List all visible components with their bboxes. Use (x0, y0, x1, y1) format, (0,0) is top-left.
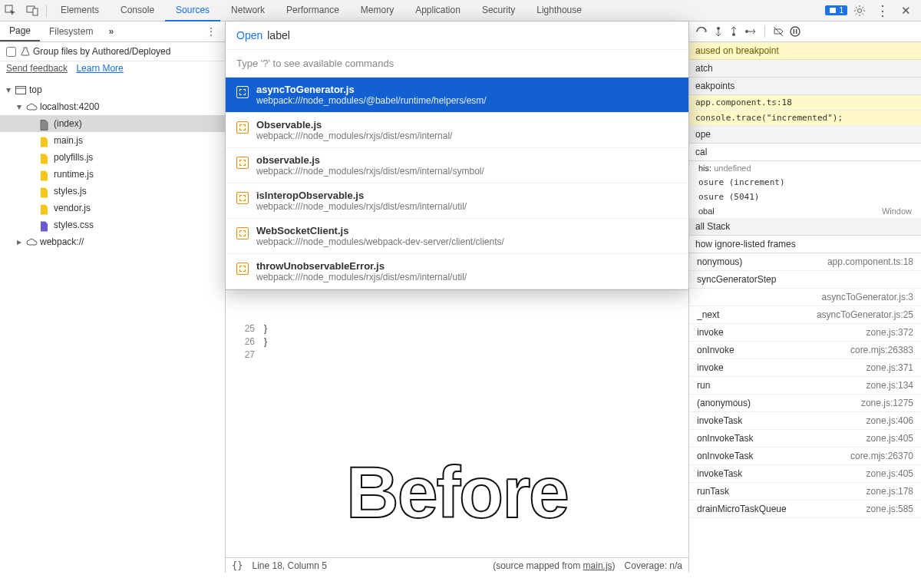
send-feedback-link[interactable]: Send feedback (6, 63, 68, 74)
scope-section[interactable]: ope (689, 126, 921, 144)
stack-loc: zone.js:372 (867, 327, 913, 338)
stack-frame[interactable]: _nextasyncToGenerator.js:25 (689, 306, 921, 324)
watermark-text: Before (346, 451, 568, 534)
stack-frame[interactable]: runTaskzone.js:178 (689, 483, 921, 500)
tab-filesystem[interactable]: Filesystem (40, 22, 102, 41)
svg-rect-11 (794, 29, 795, 34)
svg-point-9 (745, 30, 748, 33)
tab-network[interactable]: Network (220, 0, 276, 21)
tree-item-label: webpack:// (40, 236, 84, 247)
resume-icon[interactable] (695, 27, 708, 37)
mapped-file-link[interactable]: main.js (583, 560, 612, 571)
issues-badge[interactable]: 1 (825, 5, 847, 15)
paused-banner: aused on breakpoint (689, 42, 921, 60)
scope-global[interactable]: obalWindow (689, 204, 921, 218)
stack-frame[interactable]: onInvokecore.mjs:26383 (689, 342, 921, 359)
cmd-input[interactable] (267, 29, 678, 41)
cmd-item-title: asyncToGenerator.js (256, 84, 487, 95)
scope-closure-2[interactable]: osure (5041) (689, 190, 921, 204)
stack-frame[interactable]: invokezone.js:372 (689, 324, 921, 342)
inspect-icon[interactable] (0, 5, 21, 17)
stack-frame[interactable]: asyncToGenerator.js:3 (689, 289, 921, 306)
group-files-label: Group files by Authored/Deployed (33, 46, 170, 57)
tab-performance[interactable]: Performance (276, 0, 350, 21)
tree-item[interactable]: vendor.js (0, 200, 225, 216)
tree-item[interactable]: (index) (0, 115, 225, 132)
cmd-result-item[interactable]: asyncToGenerator.jswebpack:///node_modul… (226, 78, 688, 113)
cmd-result-item[interactable]: WebSocketClient.jswebpack:///node_module… (226, 219, 688, 254)
cmd-result-item[interactable]: observable.jswebpack:///node_modules/rxj… (226, 148, 688, 183)
stack-loc: zone.js:371 (867, 362, 913, 373)
cmd-item-title: Observable.js (256, 119, 452, 130)
pretty-print-icon[interactable]: {} (232, 560, 243, 571)
navigator-more-icon[interactable]: ⋮ (197, 22, 225, 41)
stack-frame[interactable]: nonymous)app.component.ts:18 (689, 253, 921, 271)
learn-more-link[interactable]: Learn More (76, 63, 123, 74)
tree-item-label: main.js (54, 135, 83, 146)
step-out-icon[interactable] (744, 27, 757, 36)
stack-loc: zone.js:134 (867, 380, 913, 391)
tree-item[interactable]: styles.js (0, 183, 225, 200)
tree-item[interactable]: main.js (0, 132, 225, 149)
file-icon (236, 263, 249, 275)
file-icon (236, 86, 249, 98)
svg-point-10 (791, 27, 800, 36)
svg-rect-2 (33, 8, 38, 15)
editor-pane: 25 26 27 } } Before {} Line 18, Column 5… (226, 21, 688, 573)
tab-memory[interactable]: Memory (350, 0, 404, 21)
stack-frame[interactable]: onInvokeTaskcore.mjs:26370 (689, 448, 921, 465)
js-icon (40, 137, 51, 144)
tree-item[interactable]: runtime.js (0, 166, 225, 183)
tree-item-label: localhost:4200 (40, 101, 99, 112)
cmd-result-item[interactable]: throwUnobservableError.jswebpack:///node… (226, 254, 688, 289)
close-icon[interactable]: ✕ (895, 4, 916, 18)
tab-page[interactable]: Page (0, 21, 40, 41)
stack-frame[interactable]: runzone.js:134 (689, 377, 921, 395)
stack-frame[interactable]: onInvokeTaskzone.js:405 (689, 430, 921, 448)
stack-frame[interactable]: invokezone.js:371 (689, 359, 921, 377)
file-icon (236, 121, 249, 134)
svg-point-4 (858, 8, 862, 12)
pause-exceptions-icon[interactable] (790, 26, 801, 37)
tab-console[interactable]: Console (110, 0, 165, 21)
stack-frame[interactable]: invokeTaskzone.js:405 (689, 465, 921, 483)
step-over-icon[interactable] (714, 26, 723, 37)
breakpoint-location[interactable]: app.component.ts:18 (689, 95, 921, 111)
tree-item[interactable]: styles.css (0, 216, 225, 233)
tree-item[interactable]: ▸webpack:// (0, 233, 225, 250)
tab-lighthouse[interactable]: Lighthouse (526, 0, 593, 21)
cmd-result-item[interactable]: Observable.jswebpack:///node_modules/rxj… (226, 113, 688, 148)
tab-application[interactable]: Application (404, 0, 471, 21)
deactivate-bp-icon[interactable] (773, 26, 784, 37)
cmd-result-item[interactable]: isInteropObservable.jswebpack:///node_mo… (226, 183, 688, 219)
line-gutter: 25 26 27 (226, 322, 261, 362)
tab-sources[interactable]: Sources (165, 0, 220, 21)
stack-frame[interactable]: drainMicroTaskQueuezone.js:585 (689, 500, 921, 518)
callstack-section[interactable]: all Stack (689, 218, 921, 236)
tree-item[interactable]: ▾top (0, 81, 225, 98)
breakpoints-section[interactable]: eakpoints (689, 78, 921, 95)
stack-fn: _next (697, 309, 719, 320)
stack-frame[interactable]: (anonymous)zone.js:1275 (689, 395, 921, 412)
settings-icon[interactable] (849, 5, 870, 17)
stack-frame[interactable]: syncGeneratorStep (689, 271, 921, 289)
device-toggle-icon[interactable] (21, 5, 43, 17)
group-files-checkbox[interactable] (6, 47, 16, 57)
watch-section[interactable]: atch (689, 60, 921, 78)
more-icon[interactable]: ⋮ (872, 2, 893, 19)
stack-frame[interactable]: invokeTaskzone.js:406 (689, 412, 921, 430)
code-content[interactable]: } } (264, 322, 267, 349)
tree-item[interactable]: polyfills.js (0, 149, 225, 166)
step-into-icon[interactable] (729, 26, 738, 37)
tab-overflow-icon[interactable]: » (102, 22, 120, 41)
scope-this: his: undefined (689, 161, 921, 175)
tab-security[interactable]: Security (471, 0, 526, 21)
tab-elements[interactable]: Elements (50, 0, 110, 21)
scope-local[interactable]: cal (689, 144, 921, 161)
stack-loc: zone.js:405 (867, 433, 913, 444)
scope-closure-1[interactable]: osure (increment) (689, 175, 921, 190)
ignore-listed-toggle[interactable]: how ignore-listed frames (689, 236, 921, 253)
file-tree: ▾top▾localhost:4200(index)main.jspolyfil… (0, 78, 225, 573)
source-mapped-label: (source mapped from main.js) (493, 560, 615, 571)
tree-item[interactable]: ▾localhost:4200 (0, 98, 225, 115)
